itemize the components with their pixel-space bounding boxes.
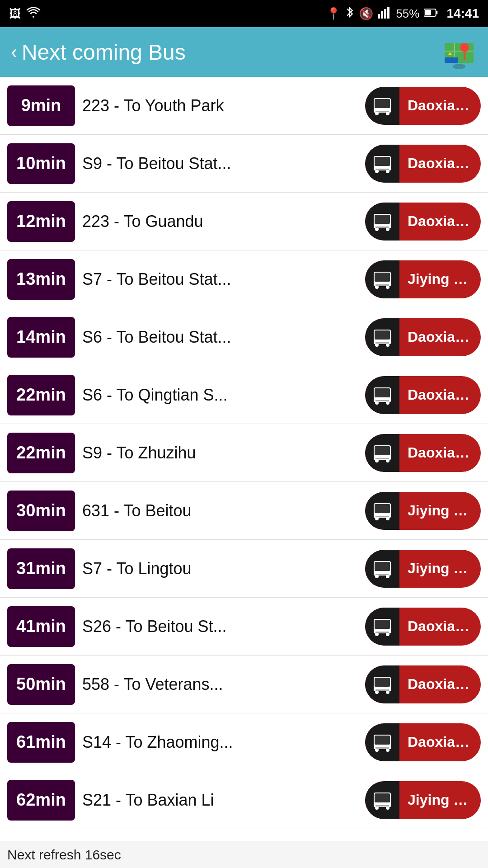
bus-row[interactable]: 12min 223 - To Guandu Daoxian... xyxy=(0,193,488,250)
svg-point-65 xyxy=(375,575,379,578)
svg-rect-43 xyxy=(375,342,389,344)
stop-badge: Jiying Te... xyxy=(365,260,481,298)
bus-row[interactable]: 31min S7 - To Lingtou Jiying Te... xyxy=(0,540,488,598)
location-icon: 📍 xyxy=(326,7,341,21)
bus-icon-box xyxy=(365,665,399,703)
svg-rect-79 xyxy=(375,689,389,691)
svg-rect-6 xyxy=(425,9,431,15)
stop-name: Daoxian... xyxy=(399,676,481,693)
time-badge: 41min xyxy=(7,606,75,647)
svg-rect-5 xyxy=(436,11,438,14)
svg-point-35 xyxy=(375,285,379,289)
route-label: S7 - To Lingtou xyxy=(82,559,358,578)
svg-point-66 xyxy=(386,575,389,578)
time-badge: 22min xyxy=(7,375,75,415)
refresh-text: Next refresh 16sec xyxy=(7,847,121,863)
map-icon[interactable] xyxy=(441,34,477,70)
time-badge: 13min xyxy=(7,259,75,300)
time-badge: 10min xyxy=(7,143,75,184)
svg-rect-1 xyxy=(381,11,383,19)
svg-point-59 xyxy=(375,517,379,520)
stop-name: Jiying Te... xyxy=(399,792,481,808)
bus-row[interactable]: 22min S9 - To Zhuzihu Daoxian... xyxy=(0,424,488,482)
stop-badge: Daoxian... xyxy=(365,376,481,414)
photo-icon: 🖼 xyxy=(9,7,21,21)
route-label: S6 - To Beitou Stat... xyxy=(82,328,358,347)
bus-row[interactable]: 13min S7 - To Beitou Stat... Jiying Te..… xyxy=(0,250,488,308)
route-label: S9 - To Zhuzihu xyxy=(82,443,358,462)
svg-point-29 xyxy=(375,227,379,231)
battery-icon xyxy=(424,7,438,21)
svg-rect-73 xyxy=(375,632,389,633)
svg-rect-12 xyxy=(445,57,458,63)
time-badge: 22min xyxy=(7,433,75,473)
svg-point-78 xyxy=(386,690,389,694)
bus-icon-box xyxy=(365,87,399,125)
bus-row[interactable]: 62min S21 - To Baxian Li Jiying Te... xyxy=(0,771,488,829)
time-badge: 30min xyxy=(7,491,75,531)
svg-rect-55 xyxy=(375,458,389,459)
svg-point-53 xyxy=(375,459,379,462)
network-icon xyxy=(378,6,391,22)
svg-rect-49 xyxy=(375,400,389,401)
wifi-icon xyxy=(26,6,41,22)
status-bar: 🖼 📍 🔇 55% xyxy=(0,0,488,27)
route-label: 558 - To Veterans... xyxy=(82,675,358,694)
bus-row[interactable]: 30min 631 - To Beitou Jiying Te... xyxy=(0,482,488,540)
stop-badge: Daoxian... xyxy=(365,608,481,646)
stop-name: Daoxian... xyxy=(399,97,481,114)
svg-point-17 xyxy=(375,112,379,115)
svg-rect-0 xyxy=(378,14,380,19)
svg-rect-37 xyxy=(375,284,389,286)
page-title: Next coming Bus xyxy=(22,40,186,65)
stop-name: Daoxian... xyxy=(399,387,481,403)
route-label: 223 - To Youth Park xyxy=(82,96,358,115)
stop-name: Daoxian... xyxy=(399,213,481,230)
bus-icon-box xyxy=(365,260,399,298)
time-badge: 14min xyxy=(7,317,75,358)
stop-badge: Daoxian... xyxy=(365,203,481,241)
svg-point-84 xyxy=(386,748,389,752)
bus-row[interactable]: 22min S6 - To Qingtian S... Daoxian... xyxy=(0,366,488,424)
svg-rect-25 xyxy=(375,169,389,170)
svg-rect-67 xyxy=(375,574,389,575)
svg-point-60 xyxy=(386,517,389,520)
svg-rect-57 xyxy=(375,504,390,513)
stop-badge: Daoxian... xyxy=(365,87,481,125)
bus-row[interactable]: 14min S6 - To Beitou Stat... Daoxian... xyxy=(0,308,488,366)
mute-icon: 🔇 xyxy=(359,7,373,21)
bus-row[interactable]: 41min S26 - To Beitou St... Daoxian... xyxy=(0,598,488,656)
route-label: S9 - To Beitou Stat... xyxy=(82,154,358,173)
bus-icon-box xyxy=(365,608,399,646)
svg-rect-91 xyxy=(375,805,389,807)
svg-rect-33 xyxy=(375,273,390,282)
bus-row[interactable]: 50min 558 - To Veterans... Daoxian... xyxy=(0,656,488,713)
svg-point-77 xyxy=(375,690,379,694)
svg-point-41 xyxy=(375,343,379,347)
stop-badge: Daoxian... xyxy=(365,665,481,703)
bus-row[interactable]: 10min S9 - To Beitou Stat... Daoxian... xyxy=(0,135,488,193)
stop-badge: Jiying Te... xyxy=(365,781,481,819)
stop-name: Daoxian... xyxy=(399,618,481,635)
stop-name: Daoxian... xyxy=(399,444,481,461)
bus-icon-box xyxy=(365,145,399,183)
time-badge: 12min xyxy=(7,201,75,242)
stop-name: Daoxian... xyxy=(399,734,481,750)
svg-rect-31 xyxy=(375,226,389,228)
bus-row[interactable]: 61min S14 - To Zhaoming... Daoxian... xyxy=(0,713,488,771)
stop-name: Jiying Te... xyxy=(399,560,481,577)
route-label: S7 - To Beitou Stat... xyxy=(82,270,358,289)
time-badge: 9min xyxy=(7,85,75,126)
bus-icon-box xyxy=(365,203,399,241)
route-label: 223 - To Guandu xyxy=(82,212,358,231)
svg-point-54 xyxy=(386,459,389,462)
stop-badge: Daoxian... xyxy=(365,145,481,183)
status-bar-left: 🖼 xyxy=(9,6,41,22)
svg-rect-87 xyxy=(375,793,390,802)
svg-rect-85 xyxy=(375,747,389,749)
bus-row[interactable]: 9min 223 - To Youth Park Daoxian... xyxy=(0,77,488,135)
back-button[interactable]: ‹ xyxy=(11,41,17,63)
route-label: S21 - To Baxian Li xyxy=(82,791,358,810)
svg-point-48 xyxy=(386,401,389,405)
route-label: S6 - To Qingtian S... xyxy=(82,386,358,405)
